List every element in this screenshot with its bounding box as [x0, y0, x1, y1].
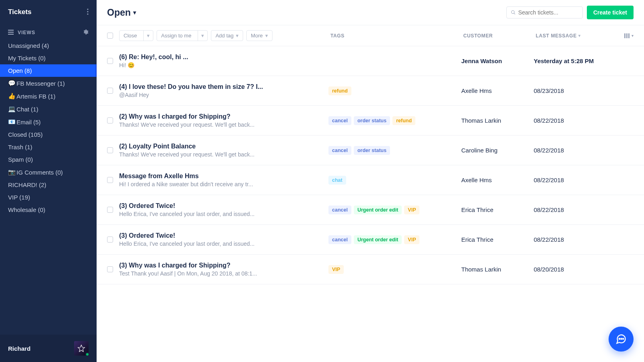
close-button[interactable]: Close ▾	[119, 30, 153, 41]
sidebar-item[interactable]: Unassigned (4)	[0, 39, 97, 52]
ticket-row[interactable]: (3) Why was I charged for Shipping?Test …	[97, 255, 644, 284]
ticket-subject: (3) Why was I charged for Shipping?	[119, 262, 320, 269]
svg-rect-4	[8, 32, 14, 33]
row-checkbox[interactable]	[107, 266, 113, 272]
row-checkbox[interactable]	[107, 207, 113, 213]
row-checkbox[interactable]	[107, 237, 113, 243]
ticket-customer: Axelle Hms	[461, 87, 534, 94]
ticket-subject: (3) Ordered Twice!	[119, 232, 320, 239]
sidebar-item[interactable]: Wholesale (0)	[0, 204, 97, 216]
ticket-row[interactable]: (3) Ordered Twice!Hello Erica, I've canc…	[97, 195, 644, 225]
sidebar-item[interactable]: 💬FB Messenger (1)	[0, 77, 97, 90]
svg-rect-5	[8, 34, 14, 35]
ticket-subject: Message from Axelle Hms	[119, 173, 320, 180]
ticket-customer: Thomas Larkin	[461, 117, 534, 124]
svg-rect-10	[628, 33, 630, 38]
sidebar-item-label: VIP (19)	[8, 194, 30, 201]
chat-fab[interactable]	[609, 327, 634, 352]
chevron-down-icon[interactable]: ▾	[198, 31, 207, 41]
sidebar-item[interactable]: Trash (1)	[0, 141, 97, 153]
row-checkbox[interactable]	[107, 88, 113, 94]
sidebar-item[interactable]: 💻Chat (1)	[0, 103, 97, 115]
ticket-last-message: 08/22/2018	[534, 177, 622, 183]
search-input-wrap[interactable]	[506, 6, 583, 19]
tag[interactable]: cancel	[328, 146, 351, 155]
sidebar-item[interactable]: My Tickets (0)	[0, 52, 97, 64]
sidebar-item[interactable]: Closed (105)	[0, 128, 97, 141]
tag[interactable]: chat	[328, 176, 346, 185]
sidebar-item-label: Chat (1)	[17, 106, 38, 113]
ticket-customer: Axelle Hms	[461, 177, 534, 183]
chevron-down-icon: ▾	[133, 9, 136, 16]
row-checkbox[interactable]	[107, 147, 113, 153]
ticket-row[interactable]: (6) Re: Hey!, cool, hi ...Hi! 😊Jenna Wat…	[97, 46, 644, 76]
ticket-row[interactable]: Message from Axelle HmsHi! I ordered a N…	[97, 165, 644, 195]
column-header-customer[interactable]: CUSTOMER	[463, 33, 536, 39]
ticket-snippet: Hello Erica, I've canceled your last ord…	[119, 211, 320, 217]
tag[interactable]: VIP	[404, 206, 419, 214]
more-button[interactable]: More ▾	[246, 30, 272, 41]
column-header-last-message[interactable]: LAST MESSAGE ▾	[536, 33, 624, 39]
ticket-last-message: Yesterday at 5:28 PM	[534, 58, 622, 64]
tag[interactable]: refund	[392, 116, 415, 125]
tag[interactable]: Urgent order edit	[354, 235, 402, 244]
tag[interactable]: cancel	[328, 116, 351, 125]
ticket-row[interactable]: (3) Ordered Twice!Hello Erica, I've canc…	[97, 225, 644, 255]
create-ticket-button[interactable]: Create ticket	[587, 6, 634, 19]
svg-point-1	[87, 11, 88, 12]
tag[interactable]: Urgent order edit	[354, 206, 402, 214]
assign-to-me-button[interactable]: Assign to me ▾	[157, 30, 208, 41]
svg-point-12	[621, 338, 621, 339]
tag[interactable]: refund	[328, 86, 351, 95]
ticket-tags: cancelUrgent order editVIP	[328, 206, 461, 214]
tag[interactable]: order status	[354, 116, 390, 125]
sidebar-item-label: Closed (105)	[8, 131, 43, 138]
sidebar-item[interactable]: RICHARD! (2)	[0, 179, 97, 191]
ticket-row[interactable]: (4) I love these! Do you have them in si…	[97, 76, 644, 106]
ticket-tags: chat	[328, 176, 461, 185]
sidebar-item[interactable]: Spam (0)	[0, 153, 97, 166]
ticket-subject: (2) Loyalty Point Balance	[119, 143, 320, 150]
row-checkbox[interactable]	[107, 117, 113, 123]
add-tag-button[interactable]: Add tag ▾	[211, 30, 243, 41]
row-checkbox[interactable]	[107, 177, 113, 183]
sidebar-item-label: RICHARD! (2)	[8, 181, 46, 188]
ticket-subject: (3) Ordered Twice!	[119, 202, 320, 210]
ticket-snippet: Thanks! We've received your request. We'…	[119, 121, 320, 128]
sidebar-item[interactable]: 📷IG Comments (0)	[0, 166, 97, 179]
ticket-row[interactable]: (2) Loyalty Point BalanceThanks! We've r…	[97, 136, 644, 165]
ticket-customer: Caroline Bing	[461, 147, 534, 154]
more-vertical-icon[interactable]	[87, 8, 89, 16]
ticket-subject: (4) I love these! Do you have them in si…	[119, 83, 320, 90]
svg-point-2	[87, 13, 88, 14]
tag[interactable]: cancel	[328, 235, 351, 244]
sidebar-item-icon: 👍	[8, 93, 16, 100]
ticket-subject: (2) Why was I charged for Shipping?	[119, 113, 320, 120]
current-user-name: Richard	[8, 345, 31, 352]
presence-indicator	[85, 352, 89, 356]
ticket-row[interactable]: (2) Why was I charged for Shipping?Thank…	[97, 106, 644, 136]
tag[interactable]: cancel	[328, 206, 351, 214]
column-header-tags[interactable]: TAGS	[330, 33, 463, 39]
tag[interactable]: VIP	[328, 265, 344, 274]
svg-point-0	[87, 8, 88, 10]
sidebar-item[interactable]: 👍Artemis FB (1)	[0, 90, 97, 103]
layout-options-button[interactable]: ▾	[624, 33, 634, 38]
page-title-dropdown[interactable]: Open ▾	[107, 7, 136, 18]
sidebar-item[interactable]: 📧Email (5)	[0, 115, 97, 128]
select-all-checkbox[interactable]	[107, 33, 113, 39]
sidebar-item-label: Wholesale (0)	[8, 206, 45, 213]
search-input[interactable]	[518, 9, 578, 16]
ticket-last-message: 08/22/2018	[534, 206, 622, 213]
ticket-last-message: 08/20/2018	[534, 266, 622, 273]
sidebar-item[interactable]: VIP (19)	[0, 191, 97, 204]
tag[interactable]: order status	[354, 146, 390, 155]
sidebar-item[interactable]: Open (8)	[0, 64, 97, 77]
tag[interactable]: VIP	[404, 235, 419, 244]
main: Open ▾ Create ticket Close ▾ Assign to m…	[97, 0, 644, 362]
chevron-down-icon[interactable]: ▾	[143, 31, 153, 41]
gear-icon[interactable]	[83, 29, 89, 36]
svg-point-11	[619, 338, 620, 339]
row-checkbox[interactable]	[107, 58, 113, 64]
sidebar-item-label: IG Comments (0)	[17, 169, 63, 176]
